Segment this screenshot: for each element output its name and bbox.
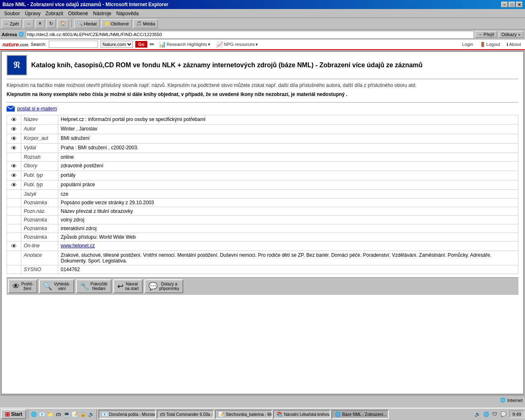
field-icon-cell [7,216,21,224]
media-icon: 🎵 [136,21,142,26]
table-row: 👁VydalPraha : BMI sdružení , c2002-2003. [7,144,518,153]
field-name-cell: Poznámka [21,199,58,207]
minimize-button[interactable]: – [501,2,508,7]
field-name-cell: Rozsah [21,153,58,162]
eye-icon[interactable]: 👁 [9,243,18,249]
field-icon-cell: 👁 [7,180,21,190]
login-link[interactable]: Login [461,41,475,48]
field-icon-cell [7,199,21,207]
page-title: Katalog knih, časopisů,CD ROM ve fondu N… [31,62,422,69]
close-button[interactable]: ✕ [516,2,523,7]
action-button-3[interactable]: ↩Návrat na start [113,279,143,293]
eye-icon[interactable]: 👁 [9,172,18,179]
btn-label-1: Vyhledá- vání [54,282,70,291]
field-value-cell: portály [58,171,518,180]
back-button[interactable]: ← Zpět [2,19,22,28]
field-name-cell: Vydal [21,144,58,153]
action-button-0[interactable]: 👁Prohlí- žení [8,279,37,293]
info-text-1: Klepnutím na tlačítko máte možnost otevř… [7,82,518,88]
nlk-logo: 𝔑 [7,55,27,75]
btn-icon-2: 🔧 [80,282,89,291]
field-value-cell: cze [58,190,518,199]
eye-icon[interactable]: 👁 [9,163,18,169]
nature-go-button[interactable]: Go [135,41,147,48]
search-button[interactable]: 🔍 Hledat [74,19,100,28]
field-value-cell: zdravotně postižení [58,162,518,171]
forward-button[interactable]: → [23,19,34,28]
table-row: Pozn.náz.Název převzat z titulní obrazov… [7,207,518,216]
nature-nav-right: Login 🚪 Logout ℹ About [461,41,523,48]
email-link-label[interactable]: poslat si e-mailem [17,106,57,112]
eye-icon[interactable]: 👁 [9,135,18,142]
menubar: Soubor Úpravy Zobrazit Oblíbené Nástroje… [0,9,525,18]
eye-icon[interactable]: 👁 [9,126,18,132]
table-row: Poznámkavolný zdroj [7,216,518,224]
action-button-2[interactable]: 🔧Pokročilé hledání [76,279,112,293]
npg-resources-nav[interactable]: 📈 NPG resources ▾ [215,40,260,48]
search-label: Search: [31,42,46,47]
eye-icon[interactable]: 👁 [9,116,18,123]
field-icon-cell [7,207,21,216]
field-icon-cell [7,190,21,199]
email-link[interactable]: poslat si e-mailem [7,106,518,112]
menu-tools[interactable]: Nástroje [91,10,114,17]
field-icon-cell [7,153,21,162]
eye-icon[interactable]: 👁 [9,145,18,151]
table-row: PoznámkaPopsáno podle verze stránky z 29… [7,199,518,207]
stop-icon: ✕ [38,21,42,26]
table-row: Poznámkainteraktivní zdroj [7,224,518,233]
media-button[interactable]: 🎵 Média [133,19,158,28]
logout-link[interactable]: 🚪 Logout [478,41,502,48]
statusbar: 🌐 Internet [0,395,525,404]
action-button-4[interactable]: 💬Dotazy a připomínky [144,279,183,293]
divider-1 [7,79,518,79]
address-input[interactable] [26,31,473,38]
field-value-cell: populární práce [58,180,518,190]
table-row: 👁NázevHelpnet.cz : informační portál pro… [7,115,518,125]
menu-view[interactable]: Zobrazit [43,10,66,17]
about-link[interactable]: ℹ About [505,41,523,48]
field-name-cell: Obory [21,162,58,171]
menu-file[interactable]: Soubor [2,10,23,17]
table-row: 👁Publ. typpopulární práce [7,180,518,190]
btn-icon-3: ↩ [117,282,123,291]
menu-favorites[interactable]: Oblíbené [66,10,91,17]
field-name-cell: Anotace [21,251,58,265]
home-button[interactable]: 🏠 [57,19,69,28]
menu-edit[interactable]: Úpravy [23,10,43,17]
online-link[interactable]: www.helpnet.cz [61,243,95,249]
field-value-cell: www.helpnet.cz [58,242,518,251]
field-icon-cell: 👁 [7,171,21,180]
field-name-cell: Autor [21,125,58,134]
field-value-cell: online [58,153,518,162]
btn-icon-1: 🔍 [43,282,52,291]
field-value-cell: interaktivní zdroj [58,224,518,233]
field-name-cell: Poznámka [21,224,58,233]
forward-icon: → [26,21,31,26]
field-icon-cell: 👁 [7,144,21,153]
eye-icon[interactable]: 👁 [9,182,18,188]
status-right: Internet [507,398,523,403]
table-row: 👁AutorWinter , Jaroslav [7,125,518,134]
links-button[interactable]: Odkazy » [499,31,523,38]
maximize-button[interactable]: □ [509,2,515,7]
go-button[interactable]: → Přejít [475,31,497,38]
field-name-cell: Poznámka [21,233,58,242]
internet-icon: 🌐 [500,397,506,403]
nature-search-scope[interactable]: Nature.com [100,41,133,48]
stop-button[interactable]: ✕ [35,19,45,28]
nature-search-input[interactable] [49,41,98,48]
refresh-button[interactable]: ↻ [46,19,56,28]
menu-help[interactable]: Nápověda [114,10,141,17]
home-icon: 🏠 [60,21,66,26]
action-button-1[interactable]: 🔍Vyhledá- vání [39,279,74,293]
field-value-cell: Způsob přístupu: World Wide Web [58,233,518,242]
toolbar: ← Zpět → ✕ ↻ 🏠 🔍 Hledat ⭐ Oblíbené 🎵 Méd… [0,18,525,30]
field-icon-cell [7,224,21,233]
favorites-button[interactable]: ⭐ Oblíbené [101,19,132,28]
field-icon-cell [7,265,21,274]
table-row: 👁Oboryzdravotně postižení [7,162,518,171]
research-highlights-label: Research Highlights [167,42,207,47]
field-value-cell: volný zdroj [58,216,518,224]
research-highlights-nav[interactable]: 📊 Research Highlights ▾ [157,40,212,48]
